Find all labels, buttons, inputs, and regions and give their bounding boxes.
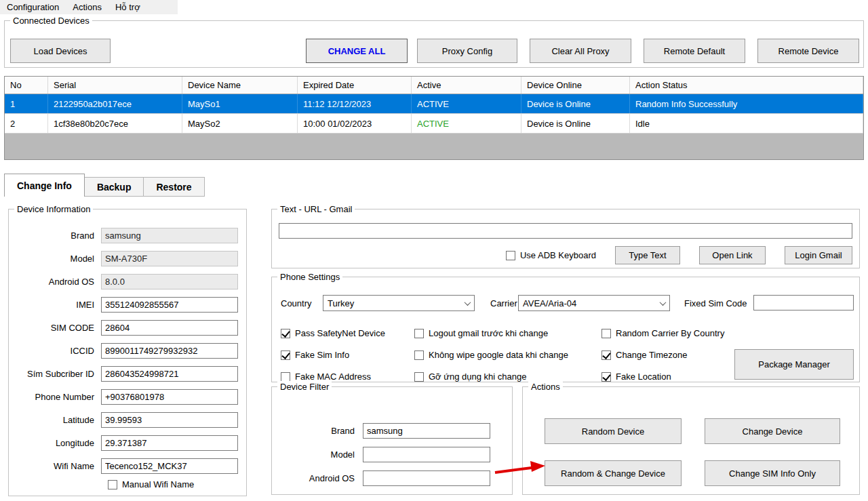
menu-item-configuration[interactable]: Configuration	[0, 1, 66, 14]
filter-row-android-os: Android OS	[277, 470, 501, 486]
checkbox-label: Change Timezone	[616, 350, 688, 360]
checkbox-label: Random Carrier By Country	[616, 328, 724, 338]
col-header-expired-date[interactable]: Expired Date	[298, 77, 412, 94]
change-device-button[interactable]: Change Device	[705, 418, 840, 444]
field-row-latitude: Latitude	[14, 412, 243, 428]
phone-settings-legend: Phone Settings	[277, 271, 342, 283]
checkbox-label: Pass SafetyNet Device	[295, 328, 385, 338]
clear-all-proxy-button[interactable]: Clear All Proxy	[530, 39, 631, 63]
col-header-device-online[interactable]: Device Online	[521, 77, 630, 94]
menu-item-actions[interactable]: Actions	[66, 1, 108, 14]
imei-field[interactable]	[101, 297, 238, 313]
random-device-button[interactable]: Random Device	[545, 418, 682, 444]
wifi-name-field[interactable]	[101, 458, 238, 474]
checkbox-box	[601, 329, 611, 338]
latitude-label: Latitude	[14, 415, 101, 425]
cell-device-name: MaySo1	[182, 94, 298, 113]
col-header-no[interactable]: No	[5, 77, 48, 94]
uninstall-apps-checkbox[interactable]: Gỡ ứng dụng khi change	[414, 372, 526, 382]
filter-android-os-label: Android OS	[277, 473, 363, 483]
device-filter-group: Device Filter Brand Model Android OS	[271, 386, 513, 495]
fake-location-checkbox[interactable]: Fake Location	[601, 372, 671, 382]
filter-android-os-input[interactable]	[363, 470, 490, 486]
filter-model-input[interactable]	[363, 447, 490, 462]
device-information-group: Device Information Brand Model Android O…	[8, 209, 247, 496]
filter-brand-label: Brand	[277, 426, 363, 436]
device-row-2[interactable]: 2 1cf38e80b20c7ece MaySo2 10:00 01/02/20…	[5, 114, 863, 134]
col-header-device-name[interactable]: Device Name	[182, 77, 298, 94]
manual-wifi-name-checkbox[interactable]: Manual Wifi Name	[108, 479, 194, 489]
imei-label: IMEI	[14, 300, 101, 310]
tab-change-info[interactable]: Change Info	[4, 174, 85, 197]
change-all-button[interactable]: CHANGE ALL	[306, 39, 408, 63]
change-sim-info-only-button[interactable]: Change SIM Info Only	[705, 460, 840, 486]
field-row-phone-number: Phone Number	[14, 388, 243, 405]
carrier-select[interactable]: AVEA/Aria-04	[518, 295, 670, 311]
tab-backup[interactable]: Backup	[85, 177, 144, 197]
country-select[interactable]: Turkey	[323, 295, 475, 311]
sim-subscriber-id-field[interactable]	[101, 366, 238, 382]
use-adb-keyboard-checkbox[interactable]: Use ADB Keyboard	[506, 250, 596, 260]
carrier-label: Carrier	[490, 298, 517, 309]
checkbox-label: Fake Location	[616, 372, 671, 382]
cell-serial: 2122950a2b017ece	[48, 94, 182, 113]
random-change-device-button[interactable]: Random & Change Device	[545, 460, 682, 486]
cell-expired-date: 10:00 01/02/2023	[298, 114, 412, 133]
field-row-sim-subscriber-id: Sím Subcriber ID	[14, 365, 243, 382]
col-header-action-status[interactable]: Action Status	[630, 77, 863, 94]
latitude-field[interactable]	[101, 412, 238, 428]
table-header-row: No Serial Device Name Expired Date Activ…	[5, 77, 863, 94]
phone-number-field[interactable]	[101, 389, 238, 405]
cell-device-name: MaySo2	[182, 114, 298, 133]
checkbox-box	[414, 329, 424, 338]
checkbox-box	[281, 350, 290, 360]
random-carrier-checkbox[interactable]: Random Carrier By Country	[601, 328, 724, 338]
fixed-sim-code-input[interactable]	[753, 295, 854, 310]
chevron-down-icon	[656, 296, 669, 310]
filter-model-label: Model	[277, 449, 363, 460]
actions-legend: Actions	[528, 381, 563, 393]
device-row-1[interactable]: 1 2122950a2b017ece MaySo1 11:12 12/12/20…	[5, 94, 863, 114]
checkbox-label: Fake Sim Info	[295, 350, 349, 360]
fake-sim-info-checkbox[interactable]: Fake Sim Info	[281, 350, 349, 360]
iccid-field[interactable]	[101, 343, 238, 359]
load-devices-button[interactable]: Load Devices	[10, 39, 111, 63]
logout-gmail-checkbox[interactable]: Logout gmail trước khi change	[414, 328, 548, 338]
checkbox-box	[414, 350, 424, 360]
cell-active-status: ACTIVE	[412, 94, 521, 113]
table-empty-area	[5, 134, 863, 159]
col-header-active[interactable]: Active	[412, 77, 521, 94]
sim-code-field[interactable]	[101, 320, 238, 336]
remote-device-button[interactable]: Remote Device	[757, 39, 859, 63]
checkbox-label: Gỡ ứng dụng khi change	[429, 372, 526, 382]
brand-label: Brand	[14, 231, 101, 241]
filter-brand-input[interactable]	[363, 423, 490, 439]
longitude-field[interactable]	[101, 435, 238, 451]
fake-mac-address-checkbox[interactable]: Fake MAC Address	[281, 372, 371, 382]
tab-restore[interactable]: Restore	[144, 177, 204, 197]
col-header-serial[interactable]: Serial	[48, 77, 182, 94]
no-wipe-google-data-checkbox[interactable]: Không wipe google data khi change	[414, 350, 568, 360]
remote-default-button[interactable]: Remote Default	[644, 39, 745, 63]
android-os-label: Android OS	[14, 277, 101, 287]
type-text-button[interactable]: Type Text	[615, 246, 680, 264]
login-gmail-button[interactable]: Login Gmail	[785, 246, 852, 264]
checkbox-box	[108, 480, 117, 489]
checkbox-box	[281, 329, 290, 338]
menu-item-support[interactable]: Hỗ trợ	[108, 1, 147, 14]
cell-device-online: Device is Online	[521, 114, 630, 133]
devices-table: No Serial Device Name Expired Date Activ…	[4, 76, 864, 160]
checkbox-box	[281, 372, 290, 382]
proxy-config-button[interactable]: Proxy Config	[417, 39, 517, 63]
change-timezone-checkbox[interactable]: Change Timezone	[601, 350, 688, 360]
text-url-input[interactable]	[279, 223, 852, 239]
checkbox-label: Fake MAC Address	[295, 372, 371, 382]
open-link-button[interactable]: Open Link	[699, 246, 766, 264]
package-manager-button[interactable]: Package Manager	[734, 349, 854, 380]
device-information-legend: Device Information	[14, 203, 93, 215]
field-row-iccid: ICCID	[14, 342, 243, 359]
filter-row-model: Model	[277, 446, 501, 462]
annotation-arrow-icon	[494, 461, 547, 476]
field-row-longitude: Longitude	[14, 435, 243, 451]
pass-safetynet-checkbox[interactable]: Pass SafetyNet Device	[281, 328, 385, 338]
